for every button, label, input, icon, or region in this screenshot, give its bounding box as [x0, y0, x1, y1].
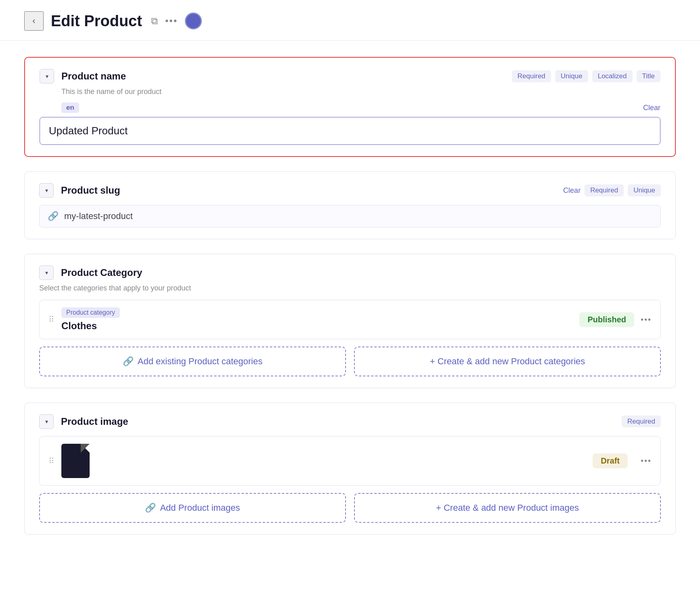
- create-new-image-button[interactable]: + Create & add new Product images: [354, 493, 661, 523]
- product-name-section: ▾ Product name Required Unique Localized…: [24, 57, 676, 157]
- category-header: ▾ Product Category: [39, 265, 661, 280]
- product-name-collapse-button[interactable]: ▾: [40, 69, 54, 84]
- link-icon: 🔗: [48, 211, 59, 221]
- add-existing-label: Add existing Product categories: [138, 356, 262, 367]
- slug-value: my-latest-product: [64, 211, 133, 221]
- header: ‹ Edit Product ⧉ •••: [0, 0, 700, 41]
- product-slug-collapse-button[interactable]: ▾: [39, 183, 54, 198]
- product-category-section: ▾ Product Category Select the categories…: [24, 254, 676, 388]
- image-drag-handle-icon[interactable]: ⠿: [48, 456, 55, 466]
- image-more-options-button[interactable]: •••: [641, 456, 652, 466]
- localized-badge: Localized: [592, 70, 633, 82]
- category-action-buttons: 🔗 Add existing Product categories + Crea…: [39, 347, 661, 376]
- slug-required-badge: Required: [585, 184, 624, 196]
- create-new-category-button[interactable]: + Create & add new Product categories: [354, 347, 661, 376]
- product-image-collapse-button[interactable]: ▾: [39, 414, 54, 429]
- required-badge: Required: [512, 70, 551, 82]
- lang-badge: en: [61, 102, 79, 113]
- lang-row: en Clear: [61, 102, 660, 113]
- back-button[interactable]: ‹: [24, 11, 44, 31]
- category-more-options-button[interactable]: •••: [641, 315, 652, 324]
- slug-input-row[interactable]: 🔗 my-latest-product: [39, 205, 661, 228]
- clear-name-link[interactable]: Clear: [643, 104, 660, 112]
- add-existing-images-button[interactable]: 🔗 Add Product images: [39, 493, 346, 523]
- chevron-down-icon: ▾: [45, 269, 48, 276]
- image-item: ⠿ Draft •••: [39, 436, 661, 486]
- product-name-input[interactable]: [40, 117, 660, 145]
- category-description: Select the categories that apply to your…: [39, 284, 661, 292]
- published-status-badge: Published: [579, 312, 634, 327]
- product-slug-title: Product slug: [61, 185, 556, 196]
- category-item: ⠿ Product category Clothes Published •••: [39, 300, 661, 339]
- page-title: Edit Product: [51, 13, 142, 30]
- slug-badges: Clear Required Unique: [563, 184, 661, 196]
- file-icon: [61, 444, 90, 478]
- status-dot-inner: [188, 15, 199, 27]
- product-name-badges: Required Unique Localized Title: [512, 70, 660, 82]
- product-slug-section: ▾ Product slug Clear Required Unique 🔗 m…: [24, 171, 676, 239]
- chevron-down-icon: ▾: [46, 73, 48, 79]
- clear-slug-link[interactable]: Clear: [563, 186, 581, 195]
- category-type-badge: Product category: [61, 307, 120, 318]
- more-options-icon[interactable]: •••: [165, 15, 178, 27]
- copy-icon[interactable]: ⧉: [151, 15, 158, 27]
- add-existing-categories-button[interactable]: 🔗 Add existing Product categories: [39, 347, 346, 376]
- slug-unique-badge: Unique: [628, 184, 661, 196]
- category-content: Product category Clothes: [61, 307, 573, 332]
- title-badge: Title: [637, 70, 661, 82]
- product-name-title: Product name: [61, 71, 505, 82]
- link-icon: 🔗: [123, 356, 134, 367]
- product-image-section: ▾ Product image Required ⠿ Draft ••• 🔗 A…: [24, 403, 676, 535]
- drag-handle-icon[interactable]: ⠿: [48, 315, 55, 324]
- chevron-down-icon: ▾: [45, 418, 48, 425]
- status-indicator[interactable]: [185, 13, 202, 29]
- image-action-buttons: 🔗 Add Product images + Create & add new …: [39, 493, 661, 523]
- slug-header: ▾ Product slug Clear Required Unique: [39, 183, 661, 198]
- unique-badge: Unique: [555, 70, 588, 82]
- category-name: Clothes: [61, 320, 573, 332]
- image-required-badge: Required: [622, 416, 661, 427]
- link-icon: 🔗: [145, 503, 156, 513]
- product-image-title: Product image: [61, 416, 614, 427]
- product-name-description: This is the name of our product: [61, 88, 660, 96]
- product-category-title: Product Category: [61, 267, 661, 278]
- create-new-image-label: + Create & add new Product images: [436, 503, 579, 513]
- product-category-collapse-button[interactable]: ▾: [39, 265, 54, 280]
- add-images-label: Add Product images: [160, 503, 240, 513]
- chevron-down-icon: ▾: [45, 187, 48, 194]
- create-new-label: + Create & add new Product categories: [430, 356, 585, 367]
- image-header: ▾ Product image Required: [39, 414, 661, 429]
- main-content: ▾ Product name Required Unique Localized…: [0, 41, 700, 565]
- draft-status-badge: Draft: [593, 453, 628, 468]
